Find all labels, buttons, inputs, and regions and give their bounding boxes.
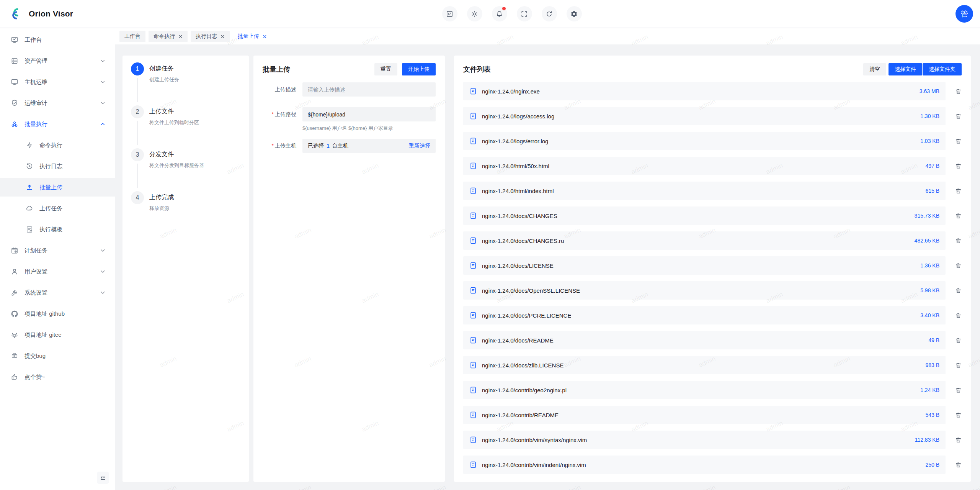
sidebar-item[interactable]: 执行日志	[0, 157, 115, 175]
step-title: 上传文件	[149, 105, 241, 116]
notification-icon	[496, 10, 503, 18]
reset-button[interactable]: 重置	[374, 63, 397, 75]
page-tab[interactable]: 执行日志	[191, 31, 230, 42]
sidebar-item[interactable]: 上传任务	[0, 199, 115, 218]
upload-path-input[interactable]	[302, 107, 436, 121]
header-actions	[442, 6, 589, 21]
chevron-icon	[100, 101, 105, 106]
step-number: 2	[131, 105, 144, 118]
template-icon	[25, 225, 34, 234]
chevron-icon	[100, 248, 105, 253]
trash-icon	[955, 362, 962, 369]
header-action-button[interactable]	[492, 6, 507, 21]
sidebar-item[interactable]: 运维审计	[0, 94, 115, 112]
code-icon	[446, 10, 453, 18]
file-size: 3.40 KB	[920, 312, 939, 318]
collapse-sidebar-button[interactable]	[97, 472, 109, 484]
delete-file-button[interactable]	[946, 262, 962, 269]
page-tab[interactable]: 工作台	[119, 31, 145, 42]
page-tab[interactable]: 命令执行	[149, 31, 188, 42]
required-mark: *	[272, 143, 274, 149]
file-row: nginx-1.24.0/docs/OpenSSL.LICENSE 5.98 K…	[463, 281, 962, 300]
sidebar-item[interactable]: 执行模板	[0, 220, 115, 239]
sidebar-item[interactable]: 命令执行	[0, 136, 115, 154]
select-file-button[interactable]: 选择文件	[889, 63, 922, 75]
file-row: nginx-1.24.0/docs/CHANGES.ru 482.65 KB	[463, 231, 962, 250]
delete-file-button[interactable]	[946, 312, 962, 319]
app-title: Orion Visor	[29, 9, 73, 18]
chevron-icon	[100, 269, 105, 274]
header-action-button[interactable]	[442, 6, 457, 21]
delete-file-button[interactable]	[946, 462, 962, 468]
sidebar-item[interactable]: 项目地址 github	[0, 305, 115, 323]
file-icon	[469, 87, 477, 95]
user-avatar[interactable]: 管	[956, 5, 973, 23]
file-icon	[469, 361, 477, 369]
start-upload-button[interactable]: 开始上传	[402, 63, 436, 75]
file-row: nginx-1.24.0/docs/CHANGES 315.73 KB	[463, 206, 962, 225]
sidebar-item[interactable]: 主机运维	[0, 73, 115, 91]
select-folder-button[interactable]: 选择文件夹	[923, 63, 962, 75]
delete-file-button[interactable]	[946, 287, 962, 294]
app-logo-area[interactable]: Orion Visor	[0, 7, 73, 21]
step-number: 3	[131, 148, 144, 161]
delete-file-button[interactable]	[946, 163, 962, 169]
delete-file-button[interactable]	[946, 437, 962, 443]
sidebar-item[interactable]: 资产管理	[0, 52, 115, 70]
sidebar-item[interactable]: 提交bug	[0, 347, 115, 365]
trash-icon	[955, 163, 962, 169]
step-title: 上传完成	[149, 191, 241, 202]
sidebar-item[interactable]: 工作台	[0, 31, 115, 49]
delete-file-button[interactable]	[946, 238, 962, 244]
panel-title: 批量上传	[263, 65, 290, 74]
command-icon	[25, 141, 34, 149]
chevron-icon	[100, 122, 105, 127]
sidebar-item[interactable]: 计划任务	[0, 241, 115, 260]
app-header: Orion Visor	[0, 0, 980, 28]
step-number: 4	[131, 191, 144, 204]
delete-file-button[interactable]	[946, 88, 962, 95]
sidebar-item[interactable]: 用户设置	[0, 262, 115, 281]
header-action-button[interactable]	[567, 6, 582, 21]
tab-close-icon[interactable]	[178, 34, 183, 39]
trash-icon	[955, 437, 962, 443]
sidebar-menu: 工作台 资产管理 主机运维	[0, 28, 115, 386]
sidebar-item[interactable]: 系统设置	[0, 284, 115, 302]
file-size: 1.03 KB	[920, 138, 939, 144]
sidebar-item[interactable]: 项目地址 gitee	[0, 326, 115, 344]
delete-file-button[interactable]	[946, 213, 962, 219]
file-size: 983 B	[925, 362, 939, 368]
header-action-button[interactable]	[542, 6, 557, 21]
trash-icon	[955, 238, 962, 244]
header-action-button[interactable]	[517, 6, 532, 21]
sidebar-item[interactable]: 点个赞~	[0, 368, 115, 386]
tab-close-icon[interactable]	[263, 34, 267, 39]
file-name: nginx-1.24.0/docs/OpenSSL.LICENSE	[482, 287, 580, 294]
path-hint: ${username} 用户名 ${home} 用户家目录	[302, 125, 436, 132]
delete-file-button[interactable]	[946, 113, 962, 120]
clear-files-button[interactable]: 清空	[863, 63, 886, 75]
delete-file-button[interactable]	[946, 337, 962, 344]
delete-file-button[interactable]	[946, 138, 962, 144]
upload-desc-input[interactable]	[302, 82, 436, 97]
tab-close-icon[interactable]	[220, 34, 225, 39]
chevron-icon	[100, 80, 105, 85]
file-name: nginx-1.24.0/docs/LICENSE	[482, 262, 554, 269]
file-icon	[469, 436, 477, 444]
sidebar-item[interactable]: 批量执行	[0, 115, 115, 133]
sidebar-item[interactable]: 批量上传	[0, 178, 115, 197]
page-tab[interactable]: 批量上传	[233, 31, 272, 42]
delete-file-button[interactable]	[946, 387, 962, 393]
reselect-hosts-link[interactable]: 重新选择	[409, 143, 430, 149]
file-list: nginx-1.24.0/nginx.exe 3.63 MB	[463, 82, 962, 474]
upload-steps-panel: 1 创建任务 创建上传任务 2 上传文件 将文件上传到临时分区 3 分发文件 将…	[122, 56, 249, 482]
file-name: nginx-1.24.0/html/index.html	[482, 188, 554, 194]
delete-file-button[interactable]	[946, 188, 962, 194]
file-icon	[469, 386, 477, 394]
refresh-icon	[546, 10, 553, 18]
file-icon	[469, 112, 477, 120]
file-row: nginx-1.24.0/nginx.exe 3.63 MB	[463, 82, 962, 100]
delete-file-button[interactable]	[946, 412, 962, 418]
delete-file-button[interactable]	[946, 362, 962, 369]
header-action-button[interactable]	[467, 6, 482, 21]
